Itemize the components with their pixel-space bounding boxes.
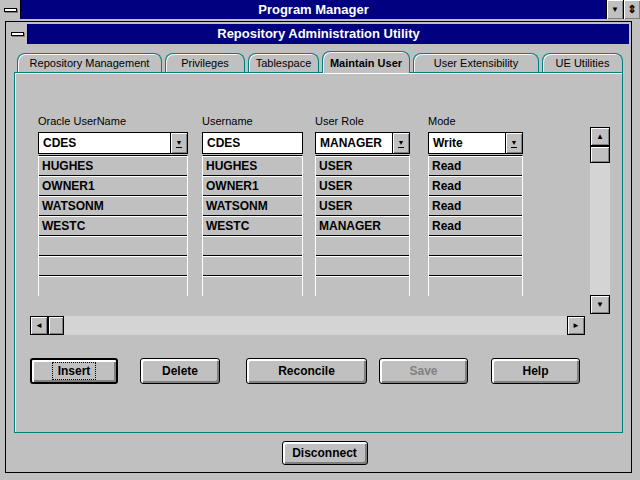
list-cell[interactable]: WATSONM (203, 196, 302, 216)
disconnect-button-label: Disconnect (292, 446, 357, 460)
list-cell[interactable]: WATSONM (39, 196, 187, 216)
maintain-user-panel: Oracle UserName Username User Role Mode … (14, 72, 623, 433)
tab-label: Repository Management (30, 57, 150, 69)
oracle-username-list: HUGHES OWNER1 WATSONM WESTC (38, 155, 188, 296)
vertical-scrollbar-thumb[interactable] (590, 146, 610, 163)
horizontal-scrollbar-thumb[interactable] (48, 316, 64, 335)
help-button[interactable]: Help (491, 358, 580, 384)
column-header-user-role: User Role (315, 115, 410, 127)
list-cell[interactable]: Read (429, 196, 522, 216)
insert-button[interactable]: Insert (30, 358, 118, 384)
list-cell[interactable]: OWNER1 (39, 176, 187, 196)
list-cell[interactable]: HUGHES (203, 156, 302, 176)
horizontal-scrollbar-track[interactable] (64, 316, 567, 335)
save-button: Save (379, 358, 468, 384)
pm-minimize-button[interactable]: ▼ (606, 0, 623, 19)
disconnect-row: Disconnect (8, 433, 629, 470)
help-button-label: Help (522, 364, 548, 378)
list-cell[interactable]: WESTC (203, 216, 302, 236)
tab-user-extensibility[interactable]: User Extensibility (413, 53, 539, 72)
pm-restore-button[interactable]: ⇕ (623, 0, 640, 19)
delete-button[interactable]: Delete (140, 358, 220, 384)
app-titlebar[interactable]: Repository Administration Utility (8, 24, 629, 44)
mode-dropdown-button[interactable]: ▼ (505, 133, 522, 153)
list-cell[interactable]: Read (429, 156, 522, 176)
scroll-right-icon: ► (572, 322, 580, 330)
program-manager-titlebar: Program Manager ▼ ⇕ (0, 0, 640, 19)
username-field[interactable]: CDES (202, 132, 303, 154)
list-cell[interactable]: MANAGER (316, 216, 409, 236)
scroll-left-button[interactable]: ◄ (30, 316, 48, 335)
window-menu-icon (4, 8, 17, 12)
list-cell[interactable] (316, 236, 409, 256)
tab-privileges[interactable]: Privileges (165, 53, 245, 72)
list-cell[interactable]: HUGHES (39, 156, 187, 176)
pm-titlebar-buttons: ▼ ⇕ (606, 0, 640, 19)
scroll-down-button[interactable]: ▼ (590, 295, 610, 314)
list-cell[interactable] (203, 256, 302, 276)
delete-button-label: Delete (162, 364, 198, 378)
tab-ue-utilities[interactable]: UE Utilities (542, 53, 623, 72)
column-header-oracle-username: Oracle UserName (38, 115, 188, 127)
tab-tablespace[interactable]: Tablespace (248, 53, 319, 72)
reconcile-button[interactable]: Reconcile (246, 358, 367, 384)
save-button-label: Save (409, 364, 437, 378)
tab-strip: Repository Management Privileges Tablesp… (8, 44, 629, 72)
list-cell[interactable]: Read (429, 216, 522, 236)
app-window-title: Repository Administration Utility (8, 24, 629, 44)
scroll-right-button[interactable]: ► (567, 316, 585, 335)
repository-admin-window: Repository Administration Utility Reposi… (5, 21, 632, 473)
list-cell[interactable] (429, 276, 522, 296)
tab-label: User Extensibility (434, 57, 518, 69)
username-list: HUGHES OWNER1 WATSONM WESTC (202, 155, 303, 296)
vertical-scrollbar[interactable]: ▲ ▼ (590, 127, 610, 314)
scroll-up-icon: ▲ (596, 133, 604, 141)
scroll-up-button[interactable]: ▲ (590, 127, 610, 146)
tab-label: UE Utilities (556, 57, 610, 69)
column-header-mode: Mode (428, 115, 523, 127)
mode-combobox[interactable]: Write ▼ (428, 132, 523, 154)
tab-maintain-user[interactable]: Maintain User (322, 51, 410, 73)
tab-label: Tablespace (256, 57, 312, 69)
tab-repository-management[interactable]: Repository Management (17, 53, 162, 72)
combobox-value: Write (429, 136, 463, 150)
restore-icon: ⇕ (627, 4, 636, 15)
list-cell[interactable] (39, 236, 187, 256)
column-header-username: Username (202, 115, 303, 127)
user-role-list: USER USER USER MANAGER (315, 155, 410, 296)
user-role-combobox[interactable]: MANAGER ▼ (315, 132, 410, 154)
pm-system-menu-button[interactable] (0, 0, 21, 19)
list-cell[interactable]: USER (316, 196, 409, 216)
combobox-value: CDES (39, 136, 76, 150)
horizontal-scrollbar[interactable]: ◄ ► (30, 316, 585, 335)
combobox-value: MANAGER (316, 136, 382, 150)
field-value: CDES (203, 136, 240, 150)
dropdown-arrow-icon: ▼ (176, 139, 183, 148)
list-cell[interactable] (316, 276, 409, 296)
list-cell[interactable] (39, 256, 187, 276)
pm-window-title: Program Manager (21, 0, 606, 19)
disconnect-button[interactable]: Disconnect (282, 441, 368, 465)
list-cell[interactable]: Read (429, 176, 522, 196)
dropdown-arrow-icon: ▼ (511, 139, 518, 148)
list-cell[interactable] (203, 236, 302, 256)
list-cell[interactable]: OWNER1 (203, 176, 302, 196)
oracle-username-combobox[interactable]: CDES ▼ (38, 132, 188, 154)
user-role-dropdown-button[interactable]: ▼ (392, 133, 409, 153)
scroll-down-icon: ▼ (596, 301, 604, 309)
tab-label: Privileges (181, 57, 229, 69)
list-cell[interactable]: USER (316, 176, 409, 196)
minimize-icon: ▼ (611, 6, 619, 14)
list-cell[interactable] (429, 256, 522, 276)
list-cell[interactable] (39, 276, 187, 296)
list-cell[interactable]: USER (316, 156, 409, 176)
tab-label: Maintain User (330, 57, 402, 69)
list-cell[interactable] (429, 236, 522, 256)
vertical-scrollbar-track[interactable] (590, 163, 610, 295)
scroll-left-icon: ◄ (35, 322, 43, 330)
dropdown-arrow-icon: ▼ (398, 139, 405, 148)
list-cell[interactable]: WESTC (39, 216, 187, 236)
list-cell[interactable] (316, 256, 409, 276)
oracle-username-dropdown-button[interactable]: ▼ (170, 133, 187, 153)
list-cell[interactable] (203, 276, 302, 296)
